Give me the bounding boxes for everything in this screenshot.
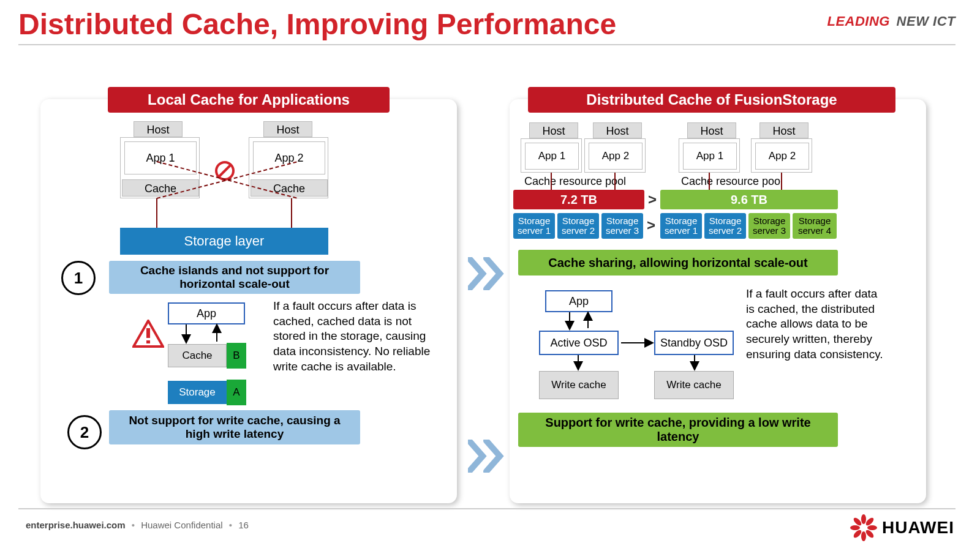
r-host-b: Host <box>593 122 642 138</box>
host-box-1: App 1 Cache <box>120 137 200 198</box>
osd-wc2: Write cache <box>654 371 734 399</box>
r-hostbox-a: App 1 <box>521 138 582 173</box>
svg-point-23 <box>867 525 877 530</box>
osd-standby: Standby OSD <box>654 331 734 355</box>
r-host-a: Host <box>529 122 578 138</box>
callout-left-1: Cache islands and not support for horizo… <box>109 261 360 294</box>
srv-4: Storage server 1 <box>660 213 702 239</box>
step-1: 1 <box>61 261 96 295</box>
svg-point-27 <box>865 529 875 539</box>
huawei-petals-icon <box>850 514 877 541</box>
r-hostbox-d: App 2 <box>751 138 812 173</box>
osd-app: App <box>545 290 612 312</box>
srv-7: Storage server 4 <box>793 213 837 239</box>
para-right: If a fault occurs after data is cached, … <box>746 287 887 362</box>
svg-rect-8 <box>146 340 150 343</box>
app-box-2: App 2 <box>253 141 325 174</box>
srv-1: Storage server 1 <box>513 213 555 239</box>
panel-left-header: Local Cache for Applications <box>108 87 390 113</box>
callout-right-1: Cache sharing, allowing horizontal scale… <box>518 250 838 276</box>
para-left: If a fault occurs after data is cached, … <box>273 299 439 374</box>
srv-6: Storage server 3 <box>748 213 790 239</box>
cache-row-2: Cache <box>251 179 328 197</box>
svg-point-20 <box>861 514 866 524</box>
huawei-word: HUAWEI <box>882 518 954 538</box>
r-app-1b: App 1 <box>683 143 737 170</box>
warning-icon <box>132 320 164 348</box>
host-label-1: Host <box>134 121 183 137</box>
brand-leading: LEADING <box>827 13 890 29</box>
srv-3: Storage server 3 <box>601 213 643 239</box>
brand-newict: NEW ICT <box>897 13 956 29</box>
panel-distributed-cache: Distributed Cache of FusionStorage Host … <box>510 99 926 503</box>
slide-title: Distributed Cache, Improving Performance <box>18 7 616 41</box>
panel-right-header: Distributed Cache of FusionStorage <box>528 87 895 113</box>
step-2: 2 <box>67 415 102 449</box>
panel-local-cache: Local Cache for Applications Host App 1 … <box>40 99 457 503</box>
forbidden-icon <box>214 160 235 181</box>
mini-app: App <box>168 302 245 324</box>
mini-tag-a: A <box>227 380 246 405</box>
svg-point-21 <box>861 531 866 541</box>
r-app-2a: App 2 <box>589 143 643 170</box>
transition-arrow-1 <box>468 257 505 290</box>
r-host-d: Host <box>760 122 809 138</box>
r-app-1a: App 1 <box>525 143 579 170</box>
mini-storage: Storage <box>168 381 227 404</box>
storage-layer: Storage layer <box>120 228 328 255</box>
srv-2: Storage server 2 <box>557 213 599 239</box>
osd-active: Active OSD <box>539 331 619 355</box>
pool-green: 9.6 TB <box>660 190 838 209</box>
pool-label-1: Cache resource pool <box>524 175 626 188</box>
footer-text: enterprise.huawei.com • Huawei Confident… <box>26 520 249 530</box>
huawei-logo: HUAWEI <box>850 514 954 541</box>
svg-point-26 <box>853 529 863 539</box>
pool-red: 7.2 TB <box>513 190 644 209</box>
srv-5: Storage server 2 <box>704 213 746 239</box>
footer-page: 16 <box>238 520 249 530</box>
r-hostbox-c: App 1 <box>679 138 740 173</box>
title-rule <box>18 44 956 45</box>
r-host-c: Host <box>687 122 736 138</box>
footer-rule <box>18 508 956 509</box>
svg-rect-7 <box>146 328 150 338</box>
svg-point-25 <box>865 517 875 527</box>
svg-point-22 <box>850 525 860 530</box>
host-box-2: App 2 Cache <box>249 137 328 198</box>
brand-tag: LEADING NEW ICT <box>827 13 956 29</box>
mini-cache: Cache <box>168 344 227 367</box>
mini-tag-b: B <box>227 343 246 369</box>
pool-label-2: Cache resource pool <box>681 175 783 188</box>
callout-right-2: Support for write cache, providing a low… <box>518 413 838 447</box>
r-app-2b: App 2 <box>755 143 809 170</box>
footer-site: enterprise.huawei.com <box>26 520 126 530</box>
gt-2: > <box>647 217 655 234</box>
svg-point-24 <box>853 517 863 527</box>
gt-1: > <box>648 191 657 208</box>
cache-row-1: Cache <box>122 179 199 197</box>
osd-wc1: Write cache <box>539 371 619 399</box>
host-label-2: Host <box>263 121 312 137</box>
r-hostbox-b: App 2 <box>584 138 646 173</box>
app-box-1: App 1 <box>124 141 197 174</box>
transition-arrow-2 <box>468 440 505 473</box>
footer-conf: Huawei Confidential <box>141 520 222 530</box>
callout-left-2: Not support for write cache, causing a h… <box>109 410 360 444</box>
